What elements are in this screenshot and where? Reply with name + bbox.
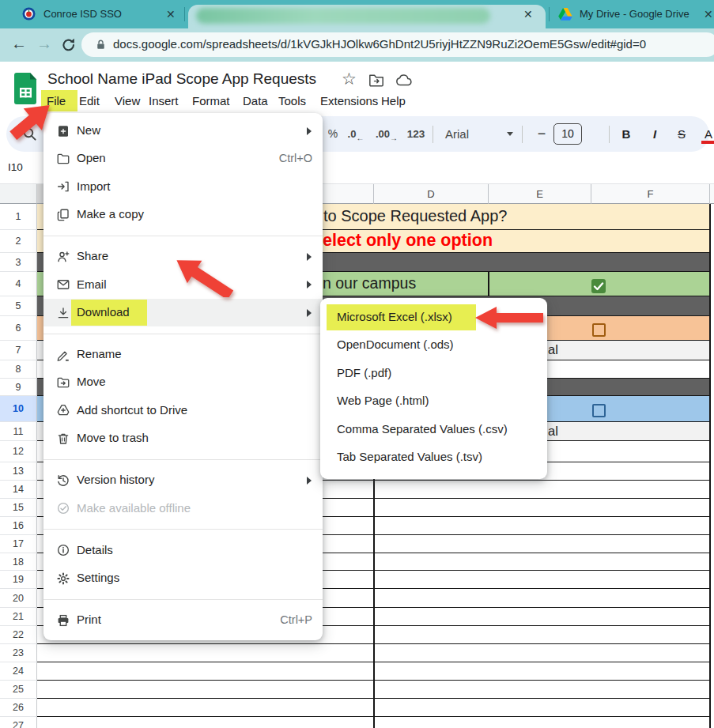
submenu-item-web-page-html-[interactable]: Web Page (.html) bbox=[320, 387, 547, 416]
row-header-15[interactable]: 15 bbox=[0, 499, 37, 517]
submenu-item-opendocument-ods-[interactable]: OpenDocument (.ods) bbox=[320, 331, 547, 360]
submenu-item-pdf-pdf-[interactable]: PDF (.pdf) bbox=[320, 360, 547, 388]
menu-item-settings[interactable]: Settings bbox=[43, 564, 323, 592]
row-header-25[interactable]: 25 bbox=[0, 681, 37, 699]
bold-button[interactable]: B bbox=[615, 116, 637, 152]
menu-divider bbox=[43, 236, 323, 236]
document-title[interactable]: School Name iPad Scope App Requests bbox=[47, 70, 316, 88]
row-header-24[interactable]: 24 bbox=[0, 662, 37, 681]
tab-separator bbox=[184, 7, 185, 21]
tab-title[interactable]: Conroe ISD SSO bbox=[43, 8, 122, 20]
row-header-8[interactable]: 8 bbox=[0, 360, 37, 379]
row-header-21[interactable]: 21 bbox=[0, 608, 37, 626]
row-header-5[interactable]: 5 bbox=[0, 296, 37, 316]
menu-item-details[interactable]: Details bbox=[43, 537, 323, 564]
menu-item-import[interactable]: Import bbox=[43, 173, 323, 201]
menu-item-new[interactable]: New bbox=[43, 117, 323, 145]
annotation-arrow-download bbox=[168, 258, 239, 297]
reload-icon[interactable] bbox=[60, 36, 77, 54]
back-icon[interactable]: ← bbox=[11, 35, 27, 53]
menubar-item-view[interactable]: View bbox=[115, 91, 140, 111]
italic-button[interactable]: I bbox=[644, 116, 666, 152]
checkbox-unchecked[interactable] bbox=[592, 404, 606, 417]
forward-icon[interactable]: → bbox=[36, 35, 52, 53]
row-header-6[interactable]: 6 bbox=[0, 316, 37, 341]
cloud-status-icon[interactable] bbox=[395, 74, 413, 87]
menu-item-print[interactable]: Print Ctrl+P bbox=[43, 606, 323, 634]
lock-icon bbox=[94, 38, 108, 51]
menubar-item-data[interactable]: Data bbox=[243, 91, 268, 111]
row-header-16[interactable]: 16 bbox=[0, 517, 37, 535]
column-header-E[interactable]: E bbox=[488, 184, 591, 204]
format-percent-button[interactable]: % bbox=[321, 116, 345, 152]
row-header-22[interactable]: 22 bbox=[0, 626, 37, 644]
tab-title[interactable]: My Drive - Google Drive bbox=[580, 8, 689, 20]
annotation-arrow-file bbox=[3, 95, 59, 147]
font-dropdown-arrow-icon[interactable] bbox=[507, 132, 513, 136]
menubar-item-insert[interactable]: Insert bbox=[149, 91, 179, 111]
row-header-18[interactable]: 18 bbox=[0, 553, 37, 571]
star-icon[interactable]: ☆ bbox=[342, 70, 357, 89]
row-header-20[interactable]: 20 bbox=[0, 589, 37, 608]
tab-active[interactable]: ✕ bbox=[188, 5, 546, 28]
row-header-14[interactable]: 14 bbox=[0, 481, 37, 499]
menu-item-add-shortcut-to-drive[interactable]: Add shortcut to Drive bbox=[43, 397, 323, 424]
row-header-10[interactable]: 10 bbox=[0, 396, 37, 422]
submenu-item-tab-separated-values-tsv-[interactable]: Tab Separated Values (.tsv) bbox=[320, 443, 547, 472]
menu-item-label: Add shortcut to Drive bbox=[77, 403, 187, 417]
row-header-12[interactable]: 12 bbox=[0, 441, 37, 462]
row-header-26[interactable]: 26 bbox=[0, 699, 37, 717]
column-header-D[interactable]: D bbox=[373, 184, 488, 204]
menubar-item-tools[interactable]: Tools bbox=[278, 91, 306, 111]
font-family-select[interactable]: Arial bbox=[441, 116, 489, 152]
menu-item-download[interactable]: Download bbox=[43, 299, 323, 326]
row-header-11[interactable]: 11 bbox=[0, 422, 37, 441]
submenu-item-label: OpenDocument (.ods) bbox=[337, 338, 454, 351]
tab-close-icon[interactable]: ✕ bbox=[523, 8, 533, 21]
file-menu: New Open Ctrl+O Import bbox=[43, 113, 323, 640]
row-header-4[interactable]: 4 bbox=[0, 272, 37, 296]
menubar-item-edit[interactable]: Edit bbox=[79, 91, 100, 111]
row-header-19[interactable]: 19 bbox=[0, 571, 37, 589]
font-size-input[interactable]: 10 bbox=[553, 123, 582, 145]
menubar-item-format[interactable]: Format bbox=[192, 91, 230, 111]
toolbar-divider bbox=[433, 126, 433, 143]
menu-item-move-to-trash[interactable]: Move to trash bbox=[43, 424, 323, 452]
checkbox-unchecked[interactable] bbox=[592, 323, 606, 337]
checkbox-checked[interactable] bbox=[591, 279, 606, 293]
grid-line bbox=[709, 204, 711, 728]
select-all-corner[interactable] bbox=[0, 184, 37, 204]
row-header-17[interactable]: 17 bbox=[0, 535, 37, 553]
row-header-27[interactable]: 27 bbox=[0, 717, 37, 728]
increase-font-size-button[interactable] bbox=[585, 116, 607, 152]
row-header-3[interactable]: 3 bbox=[0, 253, 37, 272]
increase-decimal-button[interactable]: .00→ bbox=[372, 116, 401, 152]
text-color-button[interactable]: A bbox=[697, 116, 714, 152]
strikethrough-button[interactable]: S bbox=[671, 116, 693, 152]
menubar-item-help[interactable]: Help bbox=[381, 91, 406, 111]
decrease-font-size-button[interactable]: − bbox=[531, 116, 553, 152]
name-box[interactable]: I10 bbox=[8, 161, 23, 173]
column-header-F[interactable]: F bbox=[591, 184, 709, 204]
menu-item-make-a-copy[interactable]: Make a copy bbox=[43, 201, 323, 228]
menu-item-make-available-offline[interactable]: Make available offline bbox=[43, 495, 323, 522]
row-header-13[interactable]: 13 bbox=[0, 462, 37, 481]
menu-item-open[interactable]: Open Ctrl+O bbox=[43, 145, 323, 172]
move-to-folder-icon[interactable] bbox=[368, 73, 384, 87]
row-header-1[interactable]: 1 bbox=[0, 204, 37, 230]
row-header-7[interactable]: 7 bbox=[0, 341, 37, 360]
row-header-23[interactable]: 23 bbox=[0, 644, 37, 662]
url-text: docs.google.com/spreadsheets/d/1kVGJkHJO… bbox=[113, 37, 646, 51]
tab-close-icon[interactable]: ✕ bbox=[704, 8, 713, 21]
row-header-2[interactable]: 2 bbox=[0, 230, 37, 253]
menu-item-version-history[interactable]: Version history bbox=[43, 466, 323, 494]
menu-item-move[interactable]: Move bbox=[43, 368, 323, 396]
more-formats-button[interactable]: 123 bbox=[402, 116, 430, 152]
row-header-9[interactable]: 9 bbox=[0, 379, 37, 396]
menu-item-rename[interactable]: Rename bbox=[43, 341, 323, 368]
address-bar[interactable]: docs.google.com/spreadsheets/d/1kVGJkHJO… bbox=[81, 32, 714, 57]
decrease-decimal-button[interactable]: .0← bbox=[344, 116, 368, 152]
submenu-item-comma-separated-values-csv-[interactable]: Comma Separated Values (.csv) bbox=[320, 416, 547, 444]
menubar-item-extensions[interactable]: Extensions bbox=[320, 91, 378, 111]
tab-close-icon[interactable]: ✕ bbox=[166, 8, 176, 21]
